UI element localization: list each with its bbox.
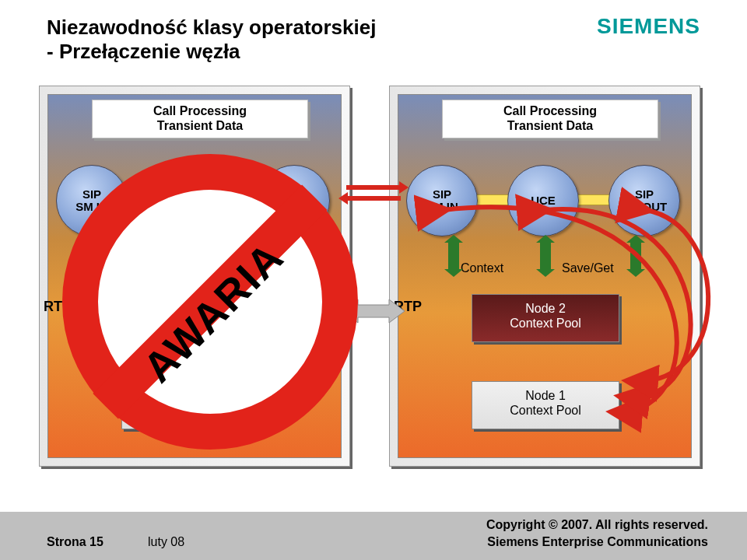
footer: Strona 15 luty 08 Copyright © 2007. All … (0, 512, 747, 560)
node-inner-left: Call Processing Transient Data SIP SM IN… (47, 94, 342, 458)
title-line2: - Przełączenie węzła (47, 40, 240, 63)
page-number: Strona 15 (47, 535, 103, 549)
green-arrow (98, 243, 109, 269)
context-label-left: Context Save/Get (118, 261, 216, 275)
callproc-box-left: Call Processing Transient Data (92, 100, 308, 138)
red-curve-arrows (389, 163, 716, 474)
circle-sip-smout-left: SIP SM OUT (258, 165, 330, 236)
footer-date: luty 08 (148, 535, 184, 549)
title-line1: Niezawodność klasy operatorskiej (47, 16, 376, 39)
node-frame-left: 1 Call Processing Transient Data SIP SM … (39, 86, 350, 467)
company-name: Siemens Enterprise Communications (487, 535, 708, 549)
copyright: Copyright © 2007. All rights reserved. (486, 518, 708, 532)
pool-node2-left: Node 2 Context Pool (121, 381, 269, 429)
siemens-logo: SIEMENS (597, 14, 700, 39)
rtp-label-left: RTP (44, 299, 72, 315)
circle-sip-smin-left: SIP SM IN (56, 165, 128, 236)
circle-uce-left: UCE (157, 165, 229, 236)
callproc-box-right: Call Processing Transient Data (442, 100, 658, 138)
diagram: 1 Call Processing Transient Data SIP SM … (39, 86, 708, 474)
